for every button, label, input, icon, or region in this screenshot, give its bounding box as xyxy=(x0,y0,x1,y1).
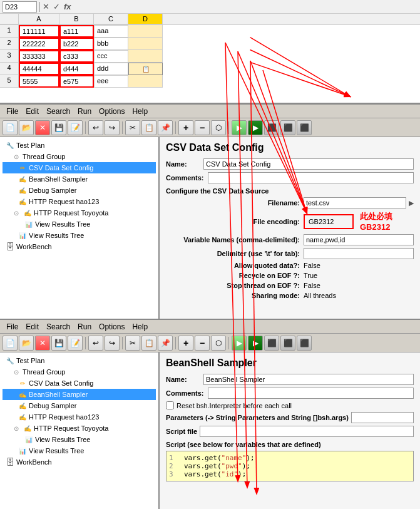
bottom-new-button[interactable]: 📄 xyxy=(3,336,18,351)
menu-options[interactable]: Options xyxy=(95,106,128,117)
script-editor[interactable]: 1 vars.get("name"); 2 vars.get("pwd"); 3… xyxy=(166,451,414,481)
menu-edit[interactable]: Edit xyxy=(22,106,43,117)
bottom-tree-results2[interactable]: 📊 View Results Tree xyxy=(3,445,156,456)
cell-b4[interactable]: d444 xyxy=(59,63,94,75)
bottom-expand-button[interactable]: ⬡ xyxy=(211,336,226,351)
bottom-tree-workbench[interactable]: 🗄 WorkBench xyxy=(3,456,156,468)
expand-button[interactable]: ⬡ xyxy=(211,120,226,135)
close-button[interactable]: ✕ xyxy=(35,120,50,135)
scriptfile-input[interactable] xyxy=(200,426,414,437)
bottom-menu-edit[interactable]: Edit xyxy=(22,321,43,332)
tree-item-http1[interactable]: ✍ HTTP Request hao123 xyxy=(3,196,156,207)
bottom-open-button[interactable]: 📂 xyxy=(19,336,34,351)
menu-help[interactable]: Help xyxy=(128,106,151,117)
bottom-stop2-button[interactable]: ⬛ xyxy=(280,336,295,351)
add-button[interactable]: + xyxy=(178,120,193,135)
menu-file[interactable]: File xyxy=(3,106,22,117)
bottom-cut-button[interactable]: ✂ xyxy=(125,336,140,351)
bottom-save-button[interactable]: 💾 xyxy=(51,336,66,351)
tree-item-threadgroup[interactable]: ⊙ Thread Group xyxy=(3,151,156,162)
varnames-input[interactable] xyxy=(304,234,414,245)
bottom-add-button[interactable]: + xyxy=(178,336,193,351)
tree-item-beanshell-top[interactable]: ✍ BeanShell Sampler xyxy=(3,173,156,185)
beanshell-comments-input[interactable] xyxy=(208,388,414,399)
col-header-d[interactable]: D xyxy=(128,14,163,24)
bottom-tree-beanshell[interactable]: ✍ BeanShell Sampler xyxy=(3,389,156,400)
cut-button[interactable]: ✂ xyxy=(125,120,140,135)
cell-b1[interactable]: a111 xyxy=(59,25,94,38)
copy-button[interactable]: 📋 xyxy=(141,120,156,135)
cell-b2[interactable]: b222 xyxy=(59,38,94,50)
bottom-menu-help[interactable]: Help xyxy=(128,321,151,332)
redo-button[interactable]: ↪ xyxy=(105,120,120,135)
remove-button[interactable]: − xyxy=(195,120,210,135)
col-header-c[interactable]: C xyxy=(94,14,128,24)
bottom-tree-http2[interactable]: ⊙ ✍ HTTP Request Toyoyota xyxy=(3,423,156,434)
beanshell-name-input[interactable] xyxy=(203,374,414,385)
bottom-tree-threadgroup[interactable]: ⊙ Thread Group xyxy=(3,366,156,378)
reset-checkbox[interactable] xyxy=(166,401,174,409)
bottom-redo-button[interactable]: ↪ xyxy=(105,336,120,351)
stop-button[interactable]: ⬛ xyxy=(264,120,279,135)
cell-d2[interactable] xyxy=(128,38,163,50)
filename-input[interactable] xyxy=(304,197,406,208)
name-input[interactable] xyxy=(203,158,414,170)
cell-a5[interactable]: 5555 xyxy=(19,75,59,88)
cell-c3[interactable]: ccc xyxy=(94,50,128,63)
cell-b5[interactable]: e575 xyxy=(59,75,94,88)
bottom-tree-testplan[interactable]: 🔧 Test Plan xyxy=(3,355,156,366)
tree-item-debug[interactable]: ✍ Debug Sampler xyxy=(3,185,156,196)
menu-run[interactable]: Run xyxy=(74,106,95,117)
cell-d5[interactable] xyxy=(128,75,163,88)
stop3-button[interactable]: ⬛ xyxy=(297,120,312,135)
bottom-tree-http1[interactable]: ✍ HTTP Request hao123 xyxy=(3,411,156,423)
cell-b3[interactable]: c333 xyxy=(59,50,94,63)
params-input[interactable] xyxy=(351,412,414,423)
run-all-button[interactable]: ▶ xyxy=(248,120,263,135)
edit-button[interactable]: 📝 xyxy=(68,120,83,135)
bottom-stop-button[interactable]: ⬛ xyxy=(264,336,279,351)
cell-reference-box[interactable] xyxy=(3,1,37,13)
bottom-edit-button[interactable]: 📝 xyxy=(68,336,83,351)
stop2-button[interactable]: ⬛ xyxy=(280,120,295,135)
encoding-input[interactable] xyxy=(307,216,351,227)
run-button[interactable]: ▶ xyxy=(232,120,247,135)
cell-a4[interactable]: 44444 xyxy=(19,63,59,75)
bottom-tree-debug[interactable]: ✍ Debug Sampler xyxy=(3,400,156,411)
tree-item-http2[interactable]: ⊙ ✍ HTTP Request Toyoyota xyxy=(3,207,156,219)
cell-d4[interactable]: 📋 xyxy=(128,63,163,75)
bottom-menu-run[interactable]: Run xyxy=(74,321,95,332)
bottom-close-button[interactable]: ✕ xyxy=(35,336,50,351)
bottom-stop3-button[interactable]: ⬛ xyxy=(297,336,312,351)
tree-item-testplan[interactable]: 🔧 Test Plan xyxy=(3,140,156,151)
cell-c2[interactable]: bbb xyxy=(94,38,128,50)
bottom-tree-csv[interactable]: ✏ CSV Data Set Config xyxy=(3,378,156,389)
delimiter-input[interactable] xyxy=(304,248,414,259)
bottom-menu-file[interactable]: File xyxy=(3,321,22,332)
tree-item-results2[interactable]: 📊 View Results Tree xyxy=(3,230,156,241)
bottom-paste-button[interactable]: 📌 xyxy=(158,336,173,351)
bottom-undo-button[interactable]: ↩ xyxy=(88,336,103,351)
bottom-menu-search[interactable]: Search xyxy=(43,321,74,332)
bottom-remove-button[interactable]: − xyxy=(195,336,210,351)
bottom-run-button[interactable]: ▶ xyxy=(232,336,247,351)
bottom-menu-options[interactable]: Options xyxy=(95,321,128,332)
cancel-formula-icon[interactable]: ✕ xyxy=(43,2,49,11)
cell-c4[interactable]: ddd xyxy=(94,63,128,75)
new-button[interactable]: 📄 xyxy=(3,120,18,135)
save-button[interactable]: 💾 xyxy=(51,120,66,135)
confirm-formula-icon[interactable]: ✓ xyxy=(53,2,60,11)
bottom-tree-results1[interactable]: 📊 View Results Tree xyxy=(3,434,156,445)
bottom-run-all-button[interactable]: ▶ xyxy=(248,336,263,351)
open-button[interactable]: 📂 xyxy=(19,120,34,135)
undo-button[interactable]: ↩ xyxy=(88,120,103,135)
cell-d1[interactable] xyxy=(128,25,163,38)
col-header-b[interactable]: B xyxy=(59,14,94,24)
bottom-copy-button[interactable]: 📋 xyxy=(141,336,156,351)
cell-a1[interactable]: 111111 xyxy=(19,25,59,38)
col-header-a[interactable]: A xyxy=(19,14,59,24)
menu-search[interactable]: Search xyxy=(43,106,74,117)
paste-button[interactable]: 📌 xyxy=(158,120,173,135)
cell-c5[interactable]: eee xyxy=(94,75,128,88)
cell-a2[interactable]: 222222 xyxy=(19,38,59,50)
